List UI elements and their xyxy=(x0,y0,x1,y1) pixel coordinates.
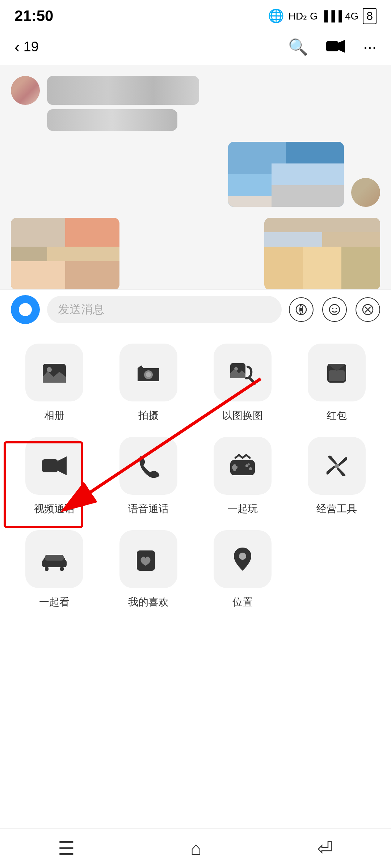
svg-point-27 xyxy=(248,463,250,465)
status-icons: 🌐 HD₂ G ▐▐▐ 4G 8 xyxy=(268,8,377,24)
biz-tools-label: 经营工具 xyxy=(316,502,357,516)
image-search-icon-box xyxy=(214,344,272,401)
avatar-left xyxy=(11,76,40,105)
voice-call-icon-box xyxy=(119,437,177,495)
svg-rect-30 xyxy=(42,560,47,567)
action-item-image-search[interactable]: 以图换图 xyxy=(199,344,286,422)
svg-rect-33 xyxy=(45,567,49,571)
message-row-3 xyxy=(11,218,380,289)
top-bar-actions: 🔍 ··· xyxy=(288,38,377,56)
svg-point-4 xyxy=(329,305,340,315)
voice-call-label: 语音通话 xyxy=(128,502,169,516)
voice-message-button[interactable] xyxy=(289,297,314,322)
svg-point-5 xyxy=(332,308,333,309)
action-item-voice-call[interactable]: 语音通话 xyxy=(105,437,192,516)
message-row-1 xyxy=(11,76,380,131)
red-packet-icon xyxy=(322,358,351,387)
svg-marker-1 xyxy=(339,40,345,53)
svg-point-28 xyxy=(335,464,339,468)
play-together-icon-box xyxy=(214,437,272,495)
play-together-label: 一起玩 xyxy=(227,502,258,516)
my-favorites-icon-box xyxy=(119,530,177,588)
action-item-my-favorites[interactable]: 我的喜欢 xyxy=(105,530,192,609)
input-bar: 发送消息 xyxy=(0,289,391,329)
watch-together-label: 一起看 xyxy=(39,595,70,609)
svg-rect-20 xyxy=(42,459,58,472)
svg-point-11 xyxy=(47,367,52,372)
input-placeholder: 发送消息 xyxy=(58,302,104,318)
video-call-icon xyxy=(40,451,69,480)
camera-icon-box xyxy=(119,344,177,401)
svg-rect-34 xyxy=(60,567,64,571)
svg-point-26 xyxy=(249,467,252,470)
biz-tools-icon-box xyxy=(308,437,366,495)
top-bar: ‹ 19 🔍 ··· xyxy=(0,29,391,65)
biz-tools-icon xyxy=(322,451,351,480)
location-icon xyxy=(228,545,257,574)
emoji-button[interactable] xyxy=(322,297,347,322)
image-search-label: 以图换图 xyxy=(222,409,263,422)
action-item-album[interactable]: 相册 xyxy=(11,344,98,422)
video-call-icon[interactable] xyxy=(326,39,345,55)
svg-rect-19 xyxy=(329,370,345,381)
red-packet-label: 红包 xyxy=(327,409,347,422)
svg-rect-31 xyxy=(62,560,67,567)
voice-call-icon xyxy=(134,451,163,480)
action-item-video-call[interactable]: 视频通话 xyxy=(11,437,98,516)
video-call-label: 视频通话 xyxy=(34,502,75,516)
my-favorites-icon xyxy=(134,545,163,574)
svg-marker-21 xyxy=(58,456,67,475)
red-packet-icon-box xyxy=(308,344,366,401)
my-favorites-label: 我的喜欢 xyxy=(128,595,169,609)
voice-record-button[interactable] xyxy=(11,295,40,324)
action-item-camera[interactable]: 拍摄 xyxy=(105,344,192,422)
status-bar: 21:50 🌐 HD₂ G ▐▐▐ 4G 8 xyxy=(0,0,391,29)
album-icon-box xyxy=(25,344,83,401)
bottom-nav: ☰ ⌂ ⏎ xyxy=(0,828,391,868)
chat-count: 19 xyxy=(24,39,39,55)
watch-together-icon-box xyxy=(25,530,83,588)
watch-together-icon xyxy=(40,545,69,574)
video-call-icon-box xyxy=(25,437,83,495)
close-extras-button[interactable] xyxy=(356,297,380,322)
nav-home-icon[interactable]: ⌂ xyxy=(190,838,202,859)
action-item-play-together[interactable]: 一起玩 xyxy=(199,437,286,516)
svg-rect-32 xyxy=(45,555,64,561)
svg-point-36 xyxy=(239,553,246,560)
message-input[interactable]: 发送消息 xyxy=(47,296,282,323)
play-together-icon xyxy=(228,451,257,480)
svg-point-14 xyxy=(146,372,151,377)
input-action-buttons xyxy=(289,297,380,322)
notification-icon: 🌐 xyxy=(268,8,284,24)
location-icon-box xyxy=(214,530,272,588)
back-button[interactable]: ‹ 19 xyxy=(14,38,39,56)
album-icon xyxy=(40,358,69,387)
back-arrow-icon: ‹ xyxy=(14,38,20,56)
microphone-icon xyxy=(19,303,32,316)
svg-rect-24 xyxy=(232,466,237,469)
album-label: 相册 xyxy=(44,409,64,422)
action-item-biz-tools[interactable]: 经营工具 xyxy=(293,437,380,516)
action-grid-area: 相册 拍摄 xyxy=(0,329,391,620)
nav-back-icon[interactable]: ⏎ xyxy=(317,838,333,859)
svg-rect-0 xyxy=(326,41,339,51)
message-row-2 xyxy=(11,142,380,207)
more-icon[interactable]: ··· xyxy=(363,38,377,56)
nav-menu-icon[interactable]: ☰ xyxy=(58,838,75,859)
status-time: 21:50 xyxy=(14,7,53,25)
battery-icon: 8 xyxy=(363,8,377,24)
image-search-icon xyxy=(228,358,257,387)
location-label: 位置 xyxy=(232,595,253,609)
search-icon[interactable]: 🔍 xyxy=(288,38,308,56)
action-item-red-packet[interactable]: 红包 xyxy=(293,344,380,422)
svg-point-6 xyxy=(336,308,337,309)
signal-icons: HD₂ G ▐▐▐ 4G xyxy=(289,10,358,22)
action-item-location[interactable]: 位置 xyxy=(199,530,286,609)
avatar-right xyxy=(351,178,380,207)
action-item-watch-together[interactable]: 一起看 xyxy=(11,530,98,609)
svg-line-17 xyxy=(251,379,255,383)
camera-icon xyxy=(134,358,163,387)
camera-label: 拍摄 xyxy=(138,409,159,422)
action-grid: 相册 拍摄 xyxy=(11,344,380,609)
chat-area xyxy=(0,65,391,289)
